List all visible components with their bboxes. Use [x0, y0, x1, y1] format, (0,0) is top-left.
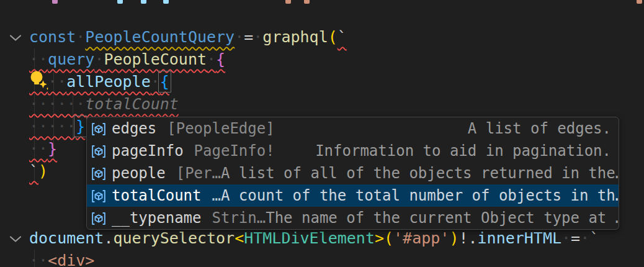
symbol-field-icon [91, 144, 106, 159]
yellow-squiggle-segment: PeopleCountQuery [85, 28, 235, 46]
red-squiggle-segment: ··} [29, 140, 57, 158]
clipped-code-fragment [141, 0, 146, 4]
suggestion-label: edges [112, 120, 156, 137]
code-token: allPeople [66, 73, 150, 91]
suggest-widget: edges[PeopleEdge]A list of edges.pageInf… [86, 117, 619, 230]
code-segment: ) [38, 162, 48, 180]
code-editor: const·PeopleCountQuery·=·graphql(`··quer… [0, 0, 644, 267]
code-token: { [160, 73, 169, 91]
suggestion-item-__typename[interactable]: __typenameStrin…The name of the current … [87, 207, 619, 229]
suggestion-detail: [Per… [176, 165, 221, 182]
code-token: · [151, 73, 160, 91]
red-squiggle-segment: ` [338, 28, 347, 46]
suggestion-item-edges[interactable]: edges[PeopleEdge]A list of edges. [87, 117, 619, 140]
code-token: = [571, 229, 580, 247]
code-segment: ·=·graphql( [235, 28, 338, 46]
code-token: ` [29, 162, 38, 180]
red-squiggle-segment: ··allPeople·{ [29, 73, 169, 91]
symbol-field-icon [91, 166, 106, 181]
code-line-3[interactable]: ······totalCount [29, 93, 179, 115]
clipped-code-fragment [285, 0, 291, 4]
code-token: HTMLDivElement [244, 229, 375, 247]
code-token: < [235, 229, 244, 247]
code-token: · [253, 28, 262, 46]
red-squiggle-segment: ·····} [29, 117, 85, 135]
code-token: . [104, 229, 113, 247]
code-token: ·· [29, 50, 48, 68]
code-token: · [580, 229, 589, 247]
code-line-7[interactable]: document.querySelector<HTMLDivElement>('… [29, 227, 599, 250]
suggestion-detail: Strin… [212, 209, 266, 227]
suggestion-label: totalCount [112, 187, 202, 204]
red-squiggle-segment: ··query·PeopleCount·{ [29, 50, 225, 68]
symbol-field-icon [91, 189, 106, 204]
code-token: query [48, 50, 94, 68]
fold-chevron-icon[interactable] [9, 235, 22, 243]
suggestion-detail: … [212, 187, 221, 204]
code-token: PeopleCountQuery [85, 28, 235, 46]
code-line-4[interactable]: ·····} [29, 115, 85, 138]
code-line-1[interactable]: ··query·PeopleCount·{ [29, 48, 225, 71]
clipped-code-fragment [637, 0, 642, 4]
suggestion-description: The name of the current Object type at … [266, 209, 619, 227]
code-token: ( [384, 229, 393, 247]
code-token: ` [589, 229, 599, 247]
code-token: graphql [262, 28, 328, 46]
code-token: ) [38, 162, 48, 180]
suggestion-label: __typename [112, 209, 202, 227]
suggestion-description: A count of the total number of objects i… [221, 187, 619, 204]
code-line-8[interactable]: ··<div> [29, 250, 94, 267]
red-squiggle-segment: ······totalCount [29, 95, 179, 113]
code-token: } [48, 140, 57, 158]
code-token: const [29, 28, 76, 46]
code-line-6[interactable]: `) [29, 160, 48, 183]
code-token: · [94, 50, 104, 68]
code-token: ! [458, 229, 468, 247]
suggestion-label: pageInfo [112, 142, 184, 160]
code-segment: const· [29, 28, 85, 46]
code-token: ·· [29, 140, 48, 158]
suggestion-item-totalCount[interactable]: totalCount…A count of the total number o… [87, 184, 619, 207]
suggestion-label: people [112, 165, 166, 182]
code-token: PeopleCount [104, 50, 207, 68]
code-token: · [561, 229, 571, 247]
code-line-5[interactable]: ··} [29, 138, 57, 160]
fold-chevron-icon[interactable] [9, 34, 22, 42]
code-token: querySelector [113, 229, 235, 247]
code-token: } [76, 117, 85, 135]
red-squiggle-segment: ` [29, 162, 38, 180]
code-token: '#app' [393, 229, 449, 247]
suggestion-description: A list of all of the objects returned in… [221, 165, 619, 182]
code-token: ( [328, 28, 338, 46]
code-token: . [468, 229, 478, 247]
lightbulb-sparkle-icon[interactable] [29, 70, 50, 91]
code-line-2[interactable]: ··allPeople·{ [29, 71, 169, 93]
code-token: document [29, 229, 104, 247]
suggestion-detail: [PeopleEdge] [167, 120, 274, 137]
symbol-field-icon [91, 122, 106, 137]
clipped-code-fragment [52, 0, 58, 4]
code-token: { [216, 50, 225, 68]
suggestion-item-pageInfo[interactable]: pageInfoPageInfo!Information to aid in p… [87, 140, 619, 162]
clipped-code-fragment [304, 0, 310, 4]
code-segment: document.querySelector<HTMLDivElement>('… [29, 229, 599, 247]
code-token: ····· [29, 117, 76, 135]
code-token: > [375, 229, 384, 247]
ghost-text-suggestion: totalCount [85, 95, 179, 113]
code-token: · [235, 28, 244, 46]
suggestion-item-people[interactable]: people[Per…A list of all of the objects … [87, 162, 619, 184]
code-segment: ··<div> [29, 251, 94, 267]
code-token: <div> [48, 251, 94, 267]
code-token: ······ [29, 95, 85, 113]
code-token: ) [449, 229, 458, 247]
code-token: ·· [29, 251, 48, 267]
clipped-code-fragment [163, 0, 169, 4]
suggestion-description: A list of edges. [468, 120, 611, 137]
code-line-0[interactable]: const·PeopleCountQuery·=·graphql(` [29, 26, 347, 48]
suggestion-description: Information to aid in pagination. [315, 142, 611, 160]
clipped-code-fragment [117, 0, 123, 4]
code-token: · [76, 28, 85, 46]
code-token: innerHTML [478, 229, 561, 247]
suggestion-detail: PageInfo! [194, 142, 275, 160]
code-token: · [207, 50, 216, 68]
